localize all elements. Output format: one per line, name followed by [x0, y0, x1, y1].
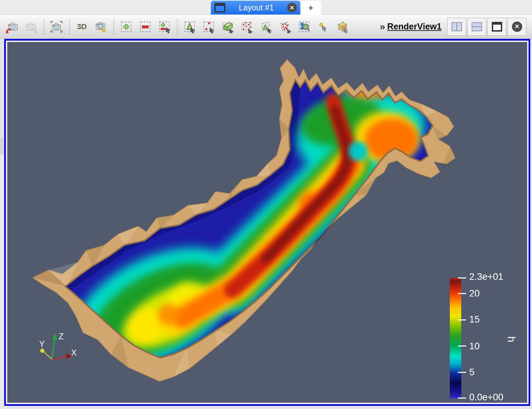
legend-tick-label: 15	[469, 314, 480, 325]
window-bottom-edge	[0, 406, 532, 409]
select-points-on-surface-icon[interactable]	[201, 18, 217, 35]
toolbar-separator	[177, 19, 178, 34]
select-points-polygon-icon[interactable]	[277, 18, 293, 35]
select-points-through-icon[interactable]	[239, 18, 255, 35]
paraview-window: Layout #1 ✕ +	[0, 0, 532, 409]
axis-y-label: Y	[39, 339, 45, 349]
legend-tick	[458, 277, 466, 278]
close-view-button[interactable]: ✕	[507, 18, 526, 36]
axis-z-label: Z	[59, 332, 64, 341]
window-right-edge	[530, 39, 532, 409]
axis-x-label: X	[71, 348, 77, 357]
legend-title: h	[505, 336, 517, 342]
legend-tick	[458, 398, 466, 399]
hover-cells-icon[interactable]	[334, 18, 350, 35]
new-layout-tab[interactable]: +	[300, 1, 321, 15]
render-viewport[interactable]: Z X Y 2.3e+01 20 15 10 5 0.0e+00 h	[7, 42, 527, 403]
legend-max-label: 2.3e+01	[469, 272, 503, 282]
color-legend-bar[interactable]	[450, 278, 461, 399]
select-cells-through-icon[interactable]	[220, 18, 236, 35]
toggle-3d-button[interactable]: 3D	[74, 18, 90, 35]
render-view-frame: Z X Y 2.3e+01 20 15 10 5 0.0e+00 h	[4, 39, 530, 406]
save-screenshot-icon[interactable]	[49, 18, 65, 35]
splitter-handle[interactable]	[1, 139, 3, 155]
legend-tick	[458, 372, 466, 373]
tab-label: Layout #1	[229, 3, 284, 12]
legend-tick	[458, 345, 466, 347]
panel-splitter[interactable]	[0, 39, 4, 409]
tab-close-icon[interactable]: ✕	[287, 3, 297, 12]
splitter-rail	[1, 42, 3, 138]
terrain-scene[interactable]: Z X Y	[7, 42, 527, 403]
zoom-to-data-icon[interactable]	[93, 18, 109, 35]
camera-undo-icon[interactable]	[4, 18, 20, 35]
camera-redo-icon[interactable]	[23, 18, 39, 35]
camera-toolbar: 3D	[0, 15, 532, 39]
maximize-view-button[interactable]	[487, 18, 506, 36]
split-horizontal-button[interactable]	[447, 18, 466, 36]
split-vertical-button[interactable]	[467, 18, 486, 36]
render-view-title[interactable]: RenderView1	[387, 22, 442, 32]
toolbar-overflow-chevron[interactable]: »	[380, 21, 385, 32]
tab-layout-1[interactable]: Layout #1 ✕	[211, 1, 300, 15]
legend-tick-label: 20	[469, 288, 480, 299]
select-cells-on-surface-icon[interactable]	[182, 18, 198, 35]
select-block-icon[interactable]	[296, 18, 312, 35]
add-selection-icon[interactable]	[118, 18, 134, 35]
toolbar-separator	[69, 19, 70, 34]
close-view-icon: ✕	[512, 22, 522, 32]
layout-icon	[214, 3, 225, 12]
legend-min-label: 0.0e+00	[469, 392, 503, 402]
legend-tick-label: 10	[469, 341, 480, 351]
subtract-selection-icon[interactable]	[137, 18, 153, 35]
toggle-selection-icon[interactable]	[156, 18, 172, 35]
legend-tick	[458, 293, 466, 294]
legend-tick	[458, 319, 466, 320]
select-cells-polygon-icon[interactable]	[258, 18, 274, 35]
interactive-select-points-icon[interactable]	[315, 18, 331, 35]
toolbar-separator	[44, 19, 45, 34]
legend-tick-label: 5	[469, 367, 474, 377]
toolbar-separator	[113, 19, 115, 34]
layout-tab-bar: Layout #1 ✕ +	[0, 0, 532, 15]
